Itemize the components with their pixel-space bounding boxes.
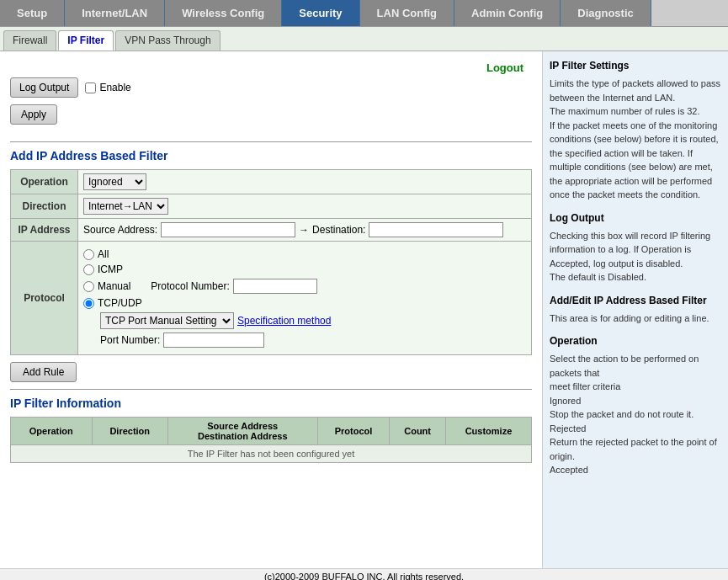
info-table-header: Operation Direction Source Address Desti… <box>11 418 532 445</box>
right-heading-operation: Operation <box>550 333 721 349</box>
log-output-button[interactable]: Log Output <box>10 77 78 98</box>
protocol-all-radio[interactable] <box>83 249 94 260</box>
right-section-log-output: Log Output Checking this box will record… <box>550 210 721 285</box>
logout-bar: Logout <box>10 58 532 77</box>
tab-firewall[interactable]: Firewall <box>3 30 56 51</box>
add-rule-button[interactable]: Add Rule <box>10 362 77 382</box>
tab-ip-filter[interactable]: IP Filter <box>58 30 114 51</box>
protocol-number-label: Protocol Number: <box>151 280 229 292</box>
footer: (c)2000-2009 BUFFALO INC. All rights res… <box>0 568 728 580</box>
col-count: Count <box>390 418 446 445</box>
protocol-tcpudp-label: TCP/UDP <box>98 297 142 309</box>
divider-1 <box>10 141 532 142</box>
apply-button[interactable]: Apply <box>10 104 57 125</box>
port-number-sub: Port Number: <box>100 333 526 348</box>
right-panel: IP Filter Settings Limits the type of pa… <box>543 51 728 568</box>
operation-cell: Ignored Accepted Rejected <box>78 170 532 194</box>
log-output-row: Log Output Enable <box>10 77 532 98</box>
nav-wireless-config[interactable]: Wireless Config <box>165 0 282 26</box>
protocol-all-option: All <box>83 248 526 260</box>
protocol-manual-option: Manual Protocol Number: <box>83 279 526 294</box>
right-heading-ip-filter: IP Filter Settings <box>550 58 721 73</box>
nav-internet-lan[interactable]: Internet/LAN <box>65 0 165 26</box>
protocol-manual-radio[interactable] <box>83 281 94 292</box>
ip-address-row: IP Address Source Address: → Destination… <box>11 219 532 242</box>
right-heading-log-output: Log Output <box>550 210 721 226</box>
right-text-operation: Select the action to be performed on pac… <box>550 352 721 477</box>
protocol-number-input[interactable] <box>233 279 317 294</box>
port-number-input[interactable] <box>163 333 264 348</box>
main-layout: Logout Log Output Enable Apply Add IP Ad… <box>0 51 728 568</box>
direction-select[interactable]: Internet→LAN LAN→Internet Both <box>83 198 168 215</box>
tab-vpn-pass-through[interactable]: VPN Pass Through <box>115 30 221 51</box>
filter-info-table: Operation Direction Source Address Desti… <box>10 417 532 463</box>
right-text-add-edit: This area is for adding or editing a lin… <box>550 311 721 326</box>
divider-2 <box>10 389 532 390</box>
specification-method-link[interactable]: Specification method <box>237 315 331 327</box>
arrow-label: → <box>299 224 309 236</box>
empty-message: The IP Filter has not been configured ye… <box>11 445 532 463</box>
col-direction: Direction <box>92 418 167 445</box>
nav-security[interactable]: Security <box>282 0 359 26</box>
filter-info-title: IP Filter Information <box>10 396 532 410</box>
logout-link[interactable]: Logout <box>486 61 523 74</box>
protocol-cell: All ICMP Manual Protocol Number: <box>78 242 532 355</box>
protocol-tcpudp-sub: TCP Port Manual Setting UDP Port Manual … <box>100 312 526 329</box>
left-content: Logout Log Output Enable Apply Add IP Ad… <box>0 51 543 568</box>
destination-address-input[interactable] <box>369 222 503 237</box>
right-section-add-edit: Add/Edit IP Address Based Filter This ar… <box>550 293 721 326</box>
ip-row: Source Address: → Destination: <box>83 222 526 237</box>
protocol-icmp-label: ICMP <box>98 263 123 275</box>
direction-cell: Internet→LAN LAN→Internet Both <box>78 194 532 219</box>
enable-text: Enable <box>99 82 130 93</box>
right-text-ip-filter: Limits the type of packets allowed to pa… <box>550 77 721 202</box>
protocol-tcpudp-radio[interactable] <box>83 298 94 309</box>
col-addresses: Source Address Destination Address <box>167 418 317 445</box>
protocol-icmp-radio[interactable] <box>83 264 94 275</box>
filter-form-table: Operation Ignored Accepted Rejected Dire… <box>10 169 532 355</box>
footer-text: (c)2000-2009 BUFFALO INC. All rights res… <box>264 572 464 580</box>
operation-label: Operation <box>11 170 78 194</box>
port-number-label: Port Number: <box>100 334 160 346</box>
sub-navigation: Firewall IP Filter VPN Pass Through <box>0 27 728 51</box>
direction-label: Direction <box>11 194 78 219</box>
source-address-label: Source Address: <box>83 224 157 236</box>
nav-diagnostic[interactable]: Diagnostic <box>561 0 651 26</box>
protocol-row: Protocol All ICMP Manual <box>11 242 532 355</box>
nav-setup[interactable]: Setup <box>0 0 65 26</box>
nav-admin-config[interactable]: Admin Config <box>454 0 561 26</box>
protocol-tcpudp-option: TCP/UDP <box>83 297 526 309</box>
protocol-icmp-option: ICMP <box>83 263 526 275</box>
info-empty-row: The IP Filter has not been configured ye… <box>11 445 532 463</box>
protocol-manual-label: Manual <box>98 280 130 292</box>
enable-label: Enable <box>85 82 130 93</box>
ip-address-cell: Source Address: → Destination: <box>78 219 532 242</box>
protocol-label: Protocol <box>11 242 78 355</box>
source-address-input[interactable] <box>161 222 295 237</box>
tcpudp-method-select[interactable]: TCP Port Manual Setting UDP Port Manual … <box>100 312 234 329</box>
right-text-log-output: Checking this box will record IP filteri… <box>550 229 721 285</box>
operation-row: Operation Ignored Accepted Rejected <box>11 170 532 194</box>
col-protocol: Protocol <box>317 418 390 445</box>
destination-label: Destination: <box>312 224 365 236</box>
operation-select[interactable]: Ignored Accepted Rejected <box>83 173 146 190</box>
top-navigation: Setup Internet/LAN Wireless Config Secur… <box>0 0 728 27</box>
protocol-all-label: All <box>98 248 109 260</box>
col-operation: Operation <box>11 418 93 445</box>
add-filter-title: Add IP Address Based Filter <box>10 149 532 162</box>
enable-checkbox[interactable] <box>85 82 96 93</box>
right-section-operation: Operation Select the action to be perfor… <box>550 333 721 477</box>
direction-row: Direction Internet→LAN LAN→Internet Both <box>11 194 532 219</box>
right-heading-add-edit: Add/Edit IP Address Based Filter <box>550 293 721 308</box>
right-section-ip-filter: IP Filter Settings Limits the type of pa… <box>550 58 721 202</box>
protocol-options: All ICMP Manual Protocol Number: <box>83 245 526 351</box>
nav-lan-config[interactable]: LAN Config <box>360 0 454 26</box>
col-customize: Customize <box>445 418 531 445</box>
ip-address-label: IP Address <box>11 219 78 242</box>
